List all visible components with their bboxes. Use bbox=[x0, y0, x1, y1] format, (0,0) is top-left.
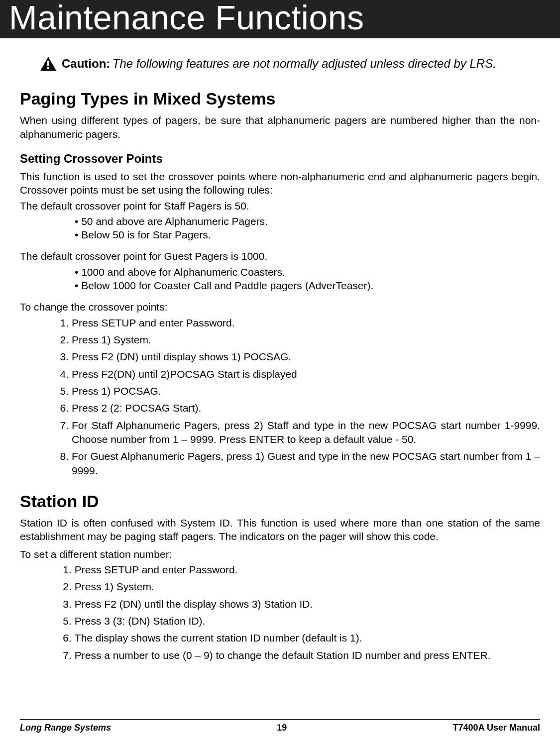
bullet-staff-1: • 50 and above are Alphanumeric Pagers. bbox=[75, 214, 540, 228]
crossover-p4: To change the crossover points: bbox=[20, 300, 540, 314]
svg-rect-0 bbox=[47, 61, 49, 66]
list-item: 7.For Staff Alphanumeric Pagers, press 2… bbox=[55, 419, 540, 447]
page-footer: Long Range Systems 19 T7400A User Manual bbox=[20, 719, 540, 733]
page-title: Maintenance Functions bbox=[9, 0, 560, 35]
list-item: 4.Press F2(DN) until 2)POCSAG Start is d… bbox=[55, 367, 540, 381]
list-item: 3.Press F2 (DN) until the display shows … bbox=[55, 597, 540, 611]
caution-icon bbox=[40, 56, 57, 71]
crossover-p2: The default crossover point for Staff Pa… bbox=[20, 199, 540, 213]
list-item: 3.Press F2 (DN) until display shows 1) P… bbox=[55, 350, 540, 364]
footer-manual-name: T7400A User Manual bbox=[453, 723, 540, 733]
station-p2: To set a different station number: bbox=[20, 547, 540, 561]
footer-company: Long Range Systems bbox=[20, 723, 111, 733]
list-item: 5.Press 1) POCSAG. bbox=[55, 384, 540, 398]
list-item: 1.Press SETUP and enter Password. bbox=[55, 316, 540, 330]
svg-rect-1 bbox=[47, 67, 49, 69]
header-bar: Maintenance Functions bbox=[0, 0, 560, 38]
list-item: 5.Press 3 (3: (DN) Station ID). bbox=[55, 614, 540, 628]
list-item: 1.Press SETUP and enter Password. bbox=[55, 563, 540, 577]
section-title-paging: Paging Types in Mixed Systems bbox=[20, 89, 540, 108]
list-item: 2.Press 1) System. bbox=[55, 333, 540, 347]
sub-title-crossover: Setting Crossover Points bbox=[20, 152, 540, 166]
crossover-steps: 1.Press SETUP and enter Password. 2.Pres… bbox=[55, 316, 540, 478]
station-steps: 1.Press SETUP and enter Password. 2.Pres… bbox=[55, 563, 540, 662]
bullet-guest-1: • 1000 and above for Alphanumeric Coaste… bbox=[75, 265, 540, 279]
list-item: 6.Press 2 (2: POCSAG Start). bbox=[55, 401, 540, 415]
list-item: 7.Press a number to use (0 – 9) to chang… bbox=[55, 648, 540, 662]
list-item: 8.For Guest Alphanumeric Pagers, press 1… bbox=[55, 449, 540, 478]
crossover-p3: The default crossover point for Guest Pa… bbox=[20, 249, 540, 263]
station-p1: Station ID is often confused with System… bbox=[20, 516, 540, 543]
footer-page-number: 19 bbox=[111, 723, 453, 733]
bullet-staff-2: • Below 50 is for Star Pagers. bbox=[75, 228, 540, 241]
crossover-p1: This function is used to set the crossov… bbox=[20, 170, 540, 197]
bullet-guest-2: • Below 1000 for Coaster Call and Paddle… bbox=[75, 279, 540, 292]
caution-label: Caution: bbox=[62, 57, 110, 70]
section1-intro: When using different types of pagers, be… bbox=[20, 113, 540, 141]
guest-bullets: • 1000 and above for Alphanumeric Coaste… bbox=[75, 265, 540, 293]
caution-body: The following features are not normally … bbox=[112, 57, 496, 70]
list-item: 6.The display shows the current station … bbox=[55, 631, 540, 645]
caution-note: Caution: The following features are not … bbox=[40, 56, 540, 71]
section-title-station: Station ID bbox=[20, 492, 540, 511]
list-item: 2.Press 1) System. bbox=[55, 580, 540, 594]
staff-bullets: • 50 and above are Alphanumeric Pagers. … bbox=[75, 214, 540, 242]
